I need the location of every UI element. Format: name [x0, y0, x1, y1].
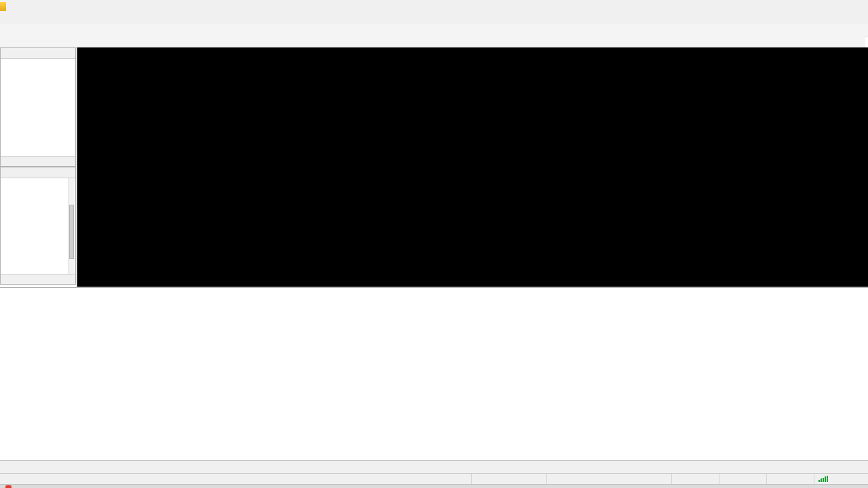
minimize-button[interactable] — [799, 0, 822, 12]
maximize-button[interactable] — [822, 0, 845, 12]
market-watch-panel — [0, 47, 76, 167]
navigator-tabs — [1, 274, 75, 284]
chart-window-xauusd-h1[interactable] — [77, 47, 868, 287]
tester-tabs — [0, 460, 868, 474]
tester-graph[interactable] — [0, 299, 868, 451]
taskbar-app-icon[interactable] — [5, 485, 12, 488]
app-icon — [0, 2, 6, 11]
tester-xaxis — [1, 451, 867, 460]
toolbar-standard — [0, 24, 868, 37]
scrollbar-thumb[interactable] — [69, 205, 74, 259]
status-cell — [766, 474, 814, 484]
toolbar-line-studies — [0, 37, 865, 48]
status-cell — [719, 474, 766, 484]
window-controls — [799, 0, 868, 12]
market-watch-header — [1, 48, 75, 59]
navigator-panel — [0, 167, 76, 285]
status-connection — [814, 474, 868, 484]
market-watch-tabs — [1, 156, 75, 166]
taskbar-sliver — [0, 484, 868, 488]
navigator-scrollbar[interactable] — [68, 178, 75, 274]
status-cell — [471, 474, 546, 484]
title-bar — [0, 0, 868, 13]
status-profile[interactable] — [546, 474, 671, 484]
connection-bars-icon — [818, 476, 829, 482]
status-bar — [0, 473, 868, 484]
navigator-header — [1, 167, 75, 178]
close-button[interactable] — [845, 0, 868, 12]
status-cell — [671, 474, 719, 484]
menu-bar — [0, 12, 868, 25]
tester-legend — [0, 287, 868, 299]
